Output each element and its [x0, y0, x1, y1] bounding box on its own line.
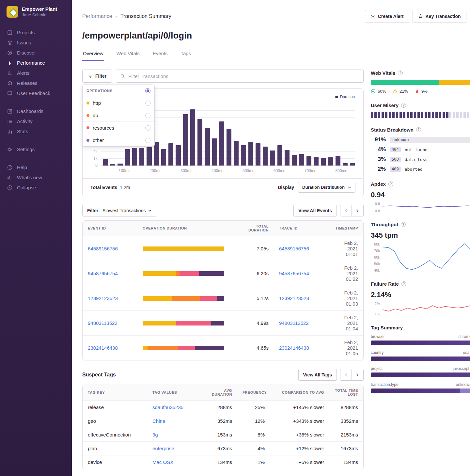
- sidebar-item-alerts[interactable]: Alerts: [0, 68, 72, 78]
- sidebar-item-stats[interactable]: Stats: [0, 126, 72, 136]
- event-row: 64589156756 7.05s 64589156756 Feb 2, 202…: [83, 236, 363, 261]
- histogram-bar: [118, 164, 122, 166]
- histogram-bar: [336, 156, 340, 166]
- key-transaction-button[interactable]: Key Transaction: [413, 10, 466, 23]
- trace-id-link[interactable]: 94803113522: [279, 320, 309, 326]
- throughput-help-icon[interactable]: ?: [401, 222, 406, 227]
- tag-value-link[interactable]: 3g: [152, 432, 158, 437]
- histogram-bar: [299, 154, 304, 166]
- sidebar-item-label: Settings: [17, 147, 35, 152]
- resources-radio[interactable]: [145, 125, 150, 131]
- operation-option-db[interactable]: db: [83, 109, 154, 122]
- histogram-bar: [103, 159, 108, 166]
- sidebar-item-collapse[interactable]: Collapse: [0, 182, 72, 193]
- operations-dropdown-header: OPERATIONS: [83, 85, 154, 97]
- chevron-down-icon: [148, 210, 151, 212]
- histogram-bar: [328, 157, 333, 166]
- total-events-label: Total Events: [90, 185, 117, 190]
- tag-value-link[interactable]: China: [152, 418, 165, 424]
- settings-gear-icon: [7, 147, 13, 152]
- sidebar-item-user-feedback[interactable]: User Feedback: [0, 88, 72, 98]
- events-next-button[interactable]: [352, 205, 364, 216]
- web-vitals-help-icon[interactable]: ?: [398, 71, 403, 75]
- event-id-link[interactable]: 12392123523: [88, 295, 118, 301]
- collapse-icon: [7, 185, 13, 190]
- sidebar-item-activity[interactable]: Activity: [0, 116, 72, 126]
- feedback-icon: [7, 91, 13, 96]
- help-icon: ?: [7, 165, 13, 170]
- user-misery-help-icon[interactable]: ?: [401, 103, 406, 108]
- tags-prev-button[interactable]: [340, 369, 352, 381]
- chart-legend-duration[interactable]: Duration: [335, 95, 355, 99]
- search-input[interactable]: [128, 73, 359, 79]
- operations-dropdown: OPERATIONS http db r: [82, 85, 155, 147]
- histogram-bar: [227, 129, 231, 166]
- tab-web-vitals[interactable]: Web Vitals: [116, 47, 140, 61]
- sidebar-item-performance[interactable]: Performance: [0, 58, 72, 68]
- breadcrumb: Performance › Transaction Summary: [82, 13, 171, 19]
- histogram-bar: [132, 148, 137, 166]
- tag-value-link[interactable]: sdaufhu35235: [152, 405, 183, 410]
- org-user: Jane Schmidt: [22, 12, 57, 17]
- event-id-link[interactable]: 23024146438: [88, 345, 118, 351]
- apdex-section: Apdex? 0.94 0.9 0.8: [371, 181, 470, 213]
- operation-option-http[interactable]: http: [83, 97, 154, 109]
- sidebar-item-label: Collapse: [17, 185, 36, 190]
- sidebar-item-dashboards[interactable]: Dashboards: [0, 106, 72, 116]
- events-filter-select[interactable]: Filter: Slowest Transactions: [82, 205, 156, 216]
- failure-rate-help-icon[interactable]: ?: [401, 281, 406, 286]
- operation-option-other[interactable]: other: [83, 134, 154, 146]
- sidebar-item-issues[interactable]: Issues: [0, 38, 72, 48]
- tab-overview[interactable]: Overview: [82, 47, 104, 61]
- display-select[interactable]: Duration Distribution: [298, 182, 355, 193]
- app-sidebar: Empower Plant Jane Schmidt Projects Issu…: [0, 0, 72, 476]
- alerts-icon: [7, 71, 13, 76]
- events-prev-button[interactable]: [340, 205, 352, 216]
- display-label: Display: [278, 185, 294, 190]
- breadcrumb-performance[interactable]: Performance: [82, 13, 112, 19]
- histogram-bar: [321, 158, 326, 166]
- operations-all-radio[interactable]: [145, 88, 150, 93]
- trace-id-link[interactable]: 64589156756: [279, 246, 309, 251]
- sidebar-item-projects[interactable]: Projects: [0, 27, 72, 38]
- histogram-bar: [314, 157, 319, 166]
- issues-icon: [7, 40, 13, 45]
- status-breakdown-help-icon[interactable]: ?: [416, 127, 421, 132]
- view-all-events-button[interactable]: View All Events: [293, 205, 337, 216]
- http-radio[interactable]: [145, 101, 150, 106]
- filter-button[interactable]: Filter: [82, 70, 112, 83]
- tab-tags[interactable]: Tags: [180, 47, 192, 61]
- transaction-search: [116, 70, 364, 83]
- histogram-bar: [205, 128, 210, 166]
- org-switcher[interactable]: Empower Plant Jane Schmidt: [0, 6, 72, 18]
- sidebar-item-releases[interactable]: Releases: [0, 78, 72, 88]
- view-all-tags-button[interactable]: View All Tags: [298, 369, 337, 381]
- event-id-link[interactable]: 94803113522: [88, 320, 118, 326]
- event-id-link[interactable]: 94587656754: [88, 271, 118, 276]
- tag-value-link[interactable]: Mac OSX: [152, 459, 173, 465]
- sidebar-item-help[interactable]: ? Help: [0, 162, 72, 172]
- trace-id-link[interactable]: 94587656754: [279, 271, 309, 276]
- sidebar-item-settings[interactable]: Settings: [0, 144, 72, 154]
- star-icon: [418, 14, 423, 19]
- histogram-bar: [139, 148, 144, 166]
- throughput-sparkline: [383, 242, 470, 272]
- tab-events[interactable]: Events: [152, 47, 168, 61]
- sidebar-item-discover[interactable]: Discover: [0, 48, 72, 58]
- trace-id-link[interactable]: 23024146438: [279, 345, 309, 351]
- suspect-tags-table: TAG KEY TAG VALUES AVG DURATION FREQUENC…: [82, 385, 364, 469]
- trace-id-link[interactable]: 12392123523: [279, 295, 309, 301]
- apdex-help-icon[interactable]: ?: [388, 182, 393, 186]
- db-radio[interactable]: [145, 113, 150, 118]
- transaction-title: /empowerplant/api/0/login: [82, 31, 470, 41]
- tags-next-button[interactable]: [352, 369, 364, 381]
- dashboards-icon: [7, 109, 13, 114]
- operation-option-resources[interactable]: resources: [83, 122, 154, 134]
- sidebar-item-label: Stats: [17, 129, 28, 134]
- sidebar-item-whats-new[interactable]: What's new: [0, 172, 72, 182]
- tag-value-link[interactable]: enterprise: [152, 446, 174, 451]
- create-alert-button[interactable]: Create Alert: [365, 10, 409, 23]
- other-radio[interactable]: [145, 138, 150, 143]
- discover-icon: [7, 50, 13, 56]
- event-id-link[interactable]: 64589156756: [88, 246, 118, 251]
